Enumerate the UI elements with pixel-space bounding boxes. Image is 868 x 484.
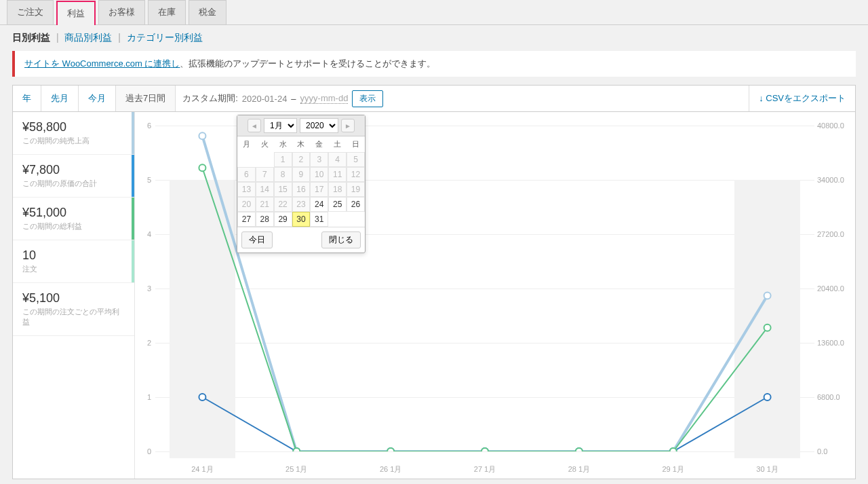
day-18: 18 [328,182,347,197]
download-icon: ↓ [759,93,764,103]
date-from[interactable]: 2020-01-24 [242,94,288,104]
day-26[interactable]: 26 [347,197,365,212]
svg-point-6 [764,394,771,401]
top-tab-3[interactable]: 在庫 [148,0,186,24]
day-6: 6 [237,167,256,182]
range-tab-3[interactable]: 過去7日間 [116,86,176,111]
top-tab-4[interactable]: 税金 [189,0,226,24]
range-tab-2[interactable]: 今月 [79,86,116,111]
date-to-input[interactable]: yyyy-mm-dd [300,93,349,104]
day-4: 4 [328,152,347,167]
export-csv[interactable]: ↓ CSVをエクスポート [749,86,855,111]
day-2: 2 [292,152,311,167]
svg-point-0 [199,394,205,401]
day-1: 1 [274,152,292,167]
range-tab-0[interactable]: 年 [13,86,41,111]
prev-month-icon[interactable]: ◄ [248,119,261,132]
metric-1[interactable]: ¥7,800この期間の原価の合計 [13,155,134,198]
sublink-product[interactable]: 商品別利益 [64,32,112,43]
svg-point-20 [764,324,771,331]
month-select[interactable]: 1月 [264,118,297,133]
day-8: 8 [274,167,292,182]
sublink-current: 日別利益 [12,32,50,43]
day-27[interactable]: 27 [237,212,256,227]
day-28[interactable]: 28 [256,212,274,227]
day-15: 15 [274,182,292,197]
day-5: 5 [347,152,365,167]
day-3: 3 [310,152,328,167]
connect-link[interactable]: サイトを WooCommerce.com に連携し [24,58,180,69]
metric-2[interactable]: ¥51,000この期間の総利益 [13,198,134,240]
svg-point-7 [199,132,205,139]
svg-point-14 [199,164,205,171]
notice-text: 、拡張機能のアップデートとサポートを受けることができます。 [180,58,435,69]
sublink-category[interactable]: カテゴリー別利益 [127,32,203,43]
day-24[interactable]: 24 [310,197,328,212]
custom-period-label: カスタム期間: [182,92,238,105]
svg-point-16 [387,448,394,451]
sub-links: 日別利益 | 商品別利益 | カテゴリー別利益 [0,25,868,51]
datepicker-popup: ◄ 1月 2020 ► 月火水木金土日 12345678910111213141… [237,115,366,253]
day-22: 22 [274,197,292,212]
metric-4[interactable]: ¥5,100この期間の注文ごとの平均利益 [13,283,134,336]
next-month-icon[interactable]: ► [341,119,355,132]
day-12: 12 [347,167,365,182]
day-19: 19 [347,182,365,197]
svg-point-17 [481,448,488,451]
day-23: 23 [292,197,311,212]
day-16: 16 [292,182,311,197]
chart-area: ◄ 1月 2020 ► 月火水木金土日 12345678910111213141… [135,112,855,479]
svg-point-18 [576,448,583,451]
date-range-bar: 年先月今月過去7日間 カスタム期間: 2020-01-24 – yyyy-mm-… [12,85,856,112]
close-button[interactable]: 閉じる [321,231,361,248]
report-body: ¥58,800この期間の純売上高¥7,800この期間の原価の合計¥51,000こ… [12,112,856,479]
day-13: 13 [237,182,256,197]
top-tabs: ご注文利益お客様在庫税金 [0,0,868,25]
day-21: 21 [256,197,274,212]
top-tab-2[interactable]: お客様 [98,0,145,24]
day-11: 11 [328,167,347,182]
calendar-grid: 月火水木金土日 12345678910111213141516171819202… [237,136,365,227]
today-button[interactable]: 今日 [241,231,273,248]
day-7: 7 [256,167,274,182]
day-29[interactable]: 29 [274,212,292,227]
day-31[interactable]: 31 [310,212,328,227]
show-button[interactable]: 表示 [352,90,383,107]
svg-point-13 [764,293,771,299]
day-17: 17 [310,182,328,197]
metric-3[interactable]: 10注文 [13,240,134,283]
svg-point-19 [670,448,677,451]
day-25[interactable]: 25 [328,197,347,212]
custom-period: カスタム期間: 2020-01-24 – yyyy-mm-dd 表示 [176,86,749,111]
svg-point-15 [293,448,300,451]
day-9: 9 [292,167,311,182]
woocommerce-connect-notice: サイトを WooCommerce.com に連携し、拡張機能のアップデートとサポ… [12,51,856,77]
top-tab-1[interactable]: 利益 [56,1,96,25]
metric-0[interactable]: ¥58,800この期間の純売上高 [13,112,134,155]
metrics-sidebar: ¥58,800この期間の純売上高¥7,800この期間の原価の合計¥51,000こ… [13,112,135,479]
day-10: 10 [310,167,328,182]
range-tab-1[interactable]: 先月 [41,86,79,111]
day-30[interactable]: 30 [292,212,311,227]
year-select[interactable]: 2020 [300,118,338,133]
day-20: 20 [237,197,256,212]
day-14: 14 [256,182,274,197]
top-tab-0[interactable]: ご注文 [7,0,54,24]
